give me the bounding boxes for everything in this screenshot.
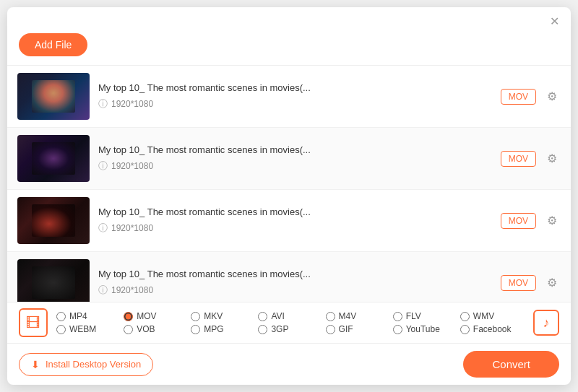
file-actions: MOV ⚙	[501, 150, 561, 167]
file-name: My top 10_ The most romantic scenes in m…	[98, 144, 492, 155]
film-icon: 🎞	[19, 308, 48, 337]
file-thumbnail	[17, 135, 90, 182]
toolbar: Add File	[7, 27, 571, 65]
file-meta: ⓘ 1920*1080	[98, 222, 492, 235]
close-button[interactable]: ✕	[548, 14, 561, 27]
file-list: My top 10_ The most romantic scenes in m…	[7, 65, 571, 302]
title-bar: ✕	[7, 7, 571, 27]
file-name: My top 10_ The most romantic scenes in m…	[98, 206, 492, 217]
format-bar: 🎞 MP4 MOV MKV AVI M4V FLV WMV WEBM VOB M…	[7, 302, 571, 344]
format-option-m4v[interactable]: M4V	[326, 311, 393, 321]
format-badge[interactable]: MOV	[501, 89, 536, 105]
file-item: My top 10_ The most romantic scenes in m…	[7, 190, 571, 252]
format-option-mp4[interactable]: MP4	[56, 311, 124, 321]
format-option-mkv[interactable]: MKV	[191, 311, 258, 321]
music-icon[interactable]: ♪	[533, 310, 559, 336]
file-resolution: 1920*1080	[111, 285, 153, 295]
settings-icon[interactable]: ⚙	[543, 150, 561, 167]
bottom-bar: ⬇ Install Desktop Version Convert	[7, 344, 571, 385]
format-option-flv[interactable]: FLV	[393, 311, 460, 321]
file-item: My top 10_ The most romantic scenes in m…	[7, 252, 571, 302]
format-option-wmv[interactable]: WMV	[460, 311, 527, 321]
file-resolution: 1920*1080	[111, 99, 153, 109]
file-info: My top 10_ The most romantic scenes in m…	[98, 206, 492, 235]
file-info: My top 10_ The most romantic scenes in m…	[98, 269, 492, 297]
settings-icon[interactable]: ⚙	[543, 274, 561, 292]
format-option-avi[interactable]: AVI	[258, 311, 325, 321]
format-option-youtube[interactable]: YouTube	[393, 324, 460, 334]
format-badge[interactable]: MOV	[501, 275, 536, 291]
file-info: My top 10_ The most romantic scenes in m…	[98, 82, 492, 110]
file-thumbnail	[17, 197, 90, 244]
file-thumbnail	[17, 259, 90, 302]
info-icon: ⓘ	[98, 97, 108, 110]
file-resolution: 1920*1080	[111, 223, 153, 233]
file-meta: ⓘ 1920*1080	[98, 284, 492, 297]
file-name: My top 10_ The most romantic scenes in m…	[98, 269, 492, 279]
file-actions: MOV ⚙	[501, 274, 561, 292]
format-option-mov[interactable]: MOV	[124, 311, 191, 321]
install-desktop-button[interactable]: ⬇ Install Desktop Version	[19, 353, 153, 376]
format-option-vob[interactable]: VOB	[124, 324, 191, 334]
format-option-3gp[interactable]: 3GP	[258, 324, 325, 334]
format-badge[interactable]: MOV	[501, 151, 536, 167]
settings-icon[interactable]: ⚙	[543, 212, 561, 230]
format-option-webm[interactable]: WEBM	[56, 324, 124, 334]
file-thumbnail	[17, 73, 90, 120]
info-icon: ⓘ	[98, 222, 108, 235]
add-file-button[interactable]: Add File	[19, 33, 87, 56]
convert-button[interactable]: Convert	[463, 351, 559, 378]
file-actions: MOV ⚙	[501, 88, 561, 105]
file-resolution: 1920*1080	[111, 161, 153, 171]
info-icon: ⓘ	[98, 284, 108, 297]
file-meta: ⓘ 1920*1080	[98, 97, 492, 110]
file-item: My top 10_ The most romantic scenes in m…	[7, 128, 571, 190]
settings-icon[interactable]: ⚙	[543, 88, 561, 105]
format-option-facebook[interactable]: Facebook	[460, 324, 527, 334]
download-icon: ⬇	[31, 359, 40, 370]
format-option-mpg[interactable]: MPG	[191, 324, 258, 334]
file-info: My top 10_ The most romantic scenes in m…	[98, 144, 492, 173]
info-icon: ⓘ	[98, 160, 108, 173]
format-option-gif[interactable]: GIF	[326, 324, 393, 334]
file-actions: MOV ⚙	[501, 212, 561, 230]
file-meta: ⓘ 1920*1080	[98, 160, 492, 173]
install-label: Install Desktop Version	[46, 359, 141, 370]
file-item: My top 10_ The most romantic scenes in m…	[7, 66, 571, 128]
main-window: ✕ Add File My top 10_ The most romantic …	[7, 7, 571, 385]
format-grid: MP4 MOV MKV AVI M4V FLV WMV WEBM VOB MPG…	[56, 311, 527, 334]
format-badge[interactable]: MOV	[501, 213, 536, 229]
file-name: My top 10_ The most romantic scenes in m…	[98, 82, 492, 93]
